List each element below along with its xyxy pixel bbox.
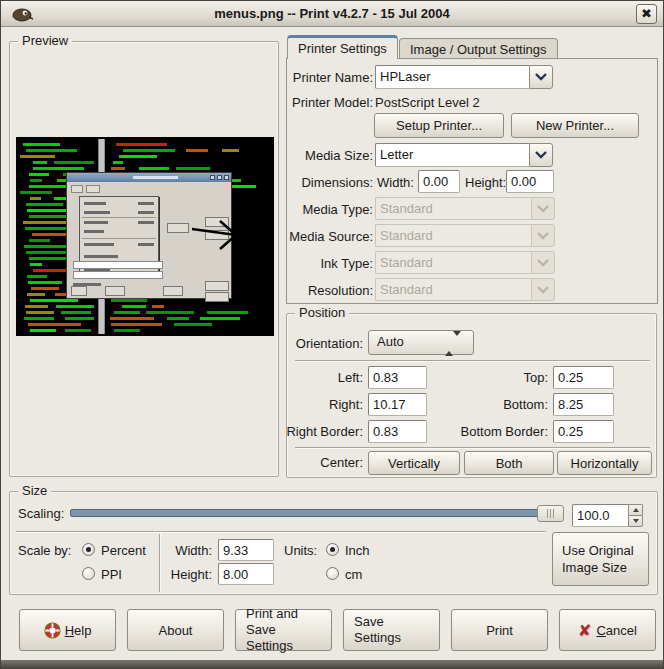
position-groupbox: Position Orientation: Auto Left: 0.83 To…	[286, 313, 657, 478]
size-vertical-divider	[159, 534, 161, 592]
size-groupbox: Size Scaling: 100.0 Scale by: Percent PP…	[9, 491, 658, 595]
scaling-label: Scaling:	[18, 506, 64, 521]
ink-type-value: Standard	[375, 251, 531, 274]
center-vertically-button[interactable]: Vertically	[368, 451, 460, 475]
size-height-field[interactable]: 8.00	[218, 563, 274, 585]
size-width-field[interactable]: 9.33	[218, 539, 274, 561]
media-source-combo: Standard	[375, 224, 555, 247]
ppi-label: PPI	[101, 567, 122, 582]
dimensions-width-field[interactable]: 0.00	[418, 170, 460, 193]
printer-name-combo[interactable]: HPLaser	[375, 65, 553, 89]
titlebar: menus.png -- Print v4.2.7 - 15 Jul 2004 …	[1, 1, 663, 27]
scaling-spin-down-icon[interactable]	[628, 515, 643, 527]
inch-radio[interactable]	[326, 543, 339, 556]
left-field[interactable]: 0.83	[368, 366, 427, 389]
preview-arrow-annotation	[190, 215, 250, 253]
tab-image-output-settings[interactable]: Image / Output Settings	[399, 38, 558, 59]
position-legend: Position	[295, 305, 349, 320]
scaling-slider-track[interactable]	[70, 509, 564, 517]
scale-by-label: Scale by:	[18, 543, 71, 558]
bottom-border-field[interactable]: 0.25	[553, 420, 614, 443]
preview-legend: Preview	[18, 33, 72, 48]
cm-radio[interactable]	[326, 567, 339, 580]
dimensions-label: Dimensions:	[301, 175, 373, 190]
dimensions-height-label: Height:	[465, 175, 506, 190]
help-lifebuoy-icon	[44, 622, 61, 639]
size-separator	[16, 531, 546, 533]
scaling-spinbox[interactable]: 100.0	[572, 504, 643, 527]
right-field[interactable]: 10.17	[368, 393, 427, 416]
scaling-spin-up-icon[interactable]	[628, 504, 643, 515]
scaling-slider-handle[interactable]	[537, 505, 564, 522]
new-printer-button[interactable]: New Printer...	[511, 113, 639, 138]
printer-name-dropdown-icon[interactable]	[529, 65, 553, 89]
print-and-save-settings-label: Print and Save Settings	[246, 606, 321, 654]
media-size-combo[interactable]: Letter	[375, 143, 553, 167]
right-border-label: Right Border:	[286, 424, 363, 439]
media-source-value: Standard	[375, 224, 531, 247]
center-horizontally-button[interactable]: Horizontally	[557, 451, 652, 475]
ink-type-label: Ink Type:	[320, 256, 373, 271]
media-size-label: Media Size:	[305, 148, 373, 163]
center-both-button[interactable]: Both	[464, 451, 554, 475]
orientation-value: Auto	[377, 334, 404, 349]
size-width-label: Width:	[175, 543, 212, 558]
media-source-dropdown-icon	[531, 224, 555, 247]
right-border-field[interactable]: 0.83	[368, 420, 427, 443]
size-legend: Size	[18, 483, 51, 498]
printer-name-label: Printer Name:	[293, 70, 373, 85]
tab-printer-settings[interactable]: Printer Settings	[287, 35, 398, 59]
ink-type-combo: Standard	[375, 251, 555, 274]
setup-printer-button[interactable]: Setup Printer...	[374, 113, 504, 138]
percent-radio[interactable]	[82, 543, 95, 556]
position-separator-1	[295, 360, 650, 362]
about-button[interactable]: About	[127, 609, 224, 651]
slider-grip-icon	[547, 509, 555, 518]
help-label-mnemonic: H	[65, 623, 74, 638]
position-separator-2	[295, 447, 650, 449]
top-label: Top:	[523, 370, 548, 385]
media-source-label: Media Source:	[289, 229, 373, 244]
ppi-radio[interactable]	[82, 567, 95, 580]
printer-model-value: PostScript Level 2	[375, 95, 480, 110]
preview-window-titlebar	[67, 173, 231, 182]
left-label: Left:	[338, 370, 363, 385]
cm-label: cm	[345, 567, 362, 582]
cancel-label: ancel	[606, 623, 637, 638]
size-height-label: Height:	[171, 567, 212, 582]
printer-model-label: Printer Model:	[292, 95, 373, 110]
media-type-combo: Standard	[375, 197, 555, 220]
save-settings-button[interactable]: Save Settings	[343, 609, 440, 651]
cancel-x-icon: ✘	[578, 621, 591, 640]
dimensions-height-field[interactable]: 0.00	[506, 170, 554, 193]
bottom-field[interactable]: 8.25	[553, 393, 614, 416]
preview-image	[16, 137, 274, 336]
print-dialog-window: menus.png -- Print v4.2.7 - 15 Jul 2004 …	[0, 0, 664, 669]
close-button[interactable]: ✖	[636, 4, 657, 24]
print-button[interactable]: Print	[451, 609, 548, 651]
media-size-value[interactable]: Letter	[375, 143, 529, 167]
right-label: Right:	[329, 397, 363, 412]
cancel-button[interactable]: ✘ Cancel	[559, 609, 656, 651]
media-type-label: Media Type:	[302, 202, 373, 217]
media-size-dropdown-icon[interactable]	[529, 143, 553, 167]
printer-name-value[interactable]: HPLaser	[375, 65, 529, 89]
bottom-label: Bottom:	[503, 397, 548, 412]
window-title: menus.png -- Print v4.2.7 - 15 Jul 2004	[1, 6, 663, 21]
print-and-save-settings-button[interactable]: Print and Save Settings	[235, 609, 332, 651]
scaling-value[interactable]: 100.0	[572, 504, 628, 527]
media-type-dropdown-icon	[531, 197, 555, 220]
orientation-label: Orientation:	[296, 336, 363, 351]
top-field[interactable]: 0.25	[553, 366, 614, 389]
orientation-option-menu[interactable]: Auto	[368, 330, 474, 355]
ink-type-dropdown-icon	[531, 251, 555, 274]
center-label: Center:	[320, 455, 363, 470]
inch-label: Inch	[345, 543, 370, 558]
save-settings-label: Save Settings	[354, 614, 414, 646]
resolution-value: Standard	[375, 278, 531, 301]
help-button[interactable]: Help	[19, 609, 116, 651]
units-label: Units:	[284, 543, 317, 558]
use-original-image-size-button[interactable]: Use Original Image Size	[552, 532, 649, 586]
help-label: elp	[74, 623, 91, 638]
dimensions-width-label: Width:	[377, 175, 414, 190]
